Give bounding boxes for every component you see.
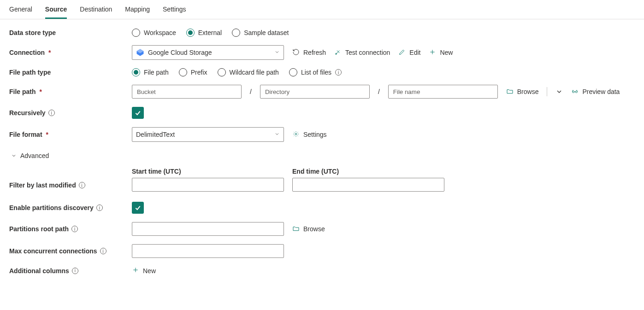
gcs-icon: [136, 48, 144, 57]
radio-external-label: External: [198, 29, 222, 36]
folder-icon: [506, 88, 514, 96]
data-store-type-group: Workspace External Sample dataset: [132, 29, 289, 37]
info-icon[interactable]: i: [79, 182, 85, 188]
plug-icon: [334, 48, 342, 57]
label-max-concurrent: Max concurrent connections i: [9, 247, 132, 255]
test-connection-button[interactable]: Test connection: [334, 48, 390, 57]
browse-dropdown[interactable]: [555, 88, 563, 95]
radio-workspace[interactable]: Workspace: [132, 29, 176, 37]
tab-destination[interactable]: Destination: [80, 4, 112, 19]
file-format-settings-button[interactable]: Settings: [292, 130, 327, 139]
new-connection-button[interactable]: New: [429, 48, 453, 57]
info-icon[interactable]: i: [48, 110, 55, 116]
label-data-store-type: Data store type: [9, 29, 132, 36]
tab-bar: General Source Destination Mapping Setti…: [0, 0, 644, 19]
connection-value: Google Cloud Storage: [148, 49, 212, 56]
file-path-type-group: File path Prefix Wildcard file path List…: [132, 68, 342, 76]
glasses-icon: [571, 88, 579, 96]
browse-button[interactable]: Browse: [506, 88, 539, 96]
tab-settings[interactable]: Settings: [163, 4, 186, 19]
label-start-time: Start time (UTC): [132, 168, 284, 175]
refresh-button[interactable]: Refresh: [292, 48, 326, 57]
chevron-down-icon: [274, 49, 280, 56]
additional-columns-new-button[interactable]: New: [132, 266, 156, 275]
label-partitions-root: Partitions root path i: [9, 225, 132, 233]
file-format-select[interactable]: DelimitedText: [132, 127, 284, 142]
connection-select[interactable]: Google Cloud Storage: [132, 45, 284, 60]
enable-partitions-checkbox[interactable]: [132, 202, 144, 214]
plus-icon: [429, 48, 436, 57]
folder-icon: [292, 225, 300, 234]
required-asterisk: *: [48, 49, 51, 56]
tab-source[interactable]: Source: [45, 4, 67, 19]
radio-external[interactable]: External: [186, 29, 222, 37]
tab-general[interactable]: General: [9, 4, 32, 19]
refresh-icon: [292, 48, 300, 57]
path-separator: /: [378, 88, 380, 95]
label-connection: Connection*: [9, 49, 132, 56]
radio-workspace-label: Workspace: [144, 29, 176, 36]
radio-list-of-files[interactable]: List of files i: [289, 68, 342, 76]
label-file-path: File path*: [9, 88, 132, 95]
radio-prefix[interactable]: Prefix: [179, 68, 207, 76]
info-icon[interactable]: i: [335, 69, 342, 76]
directory-input[interactable]: [260, 85, 370, 99]
end-time-input[interactable]: [292, 178, 444, 192]
svg-point-2: [336, 53, 337, 54]
bucket-input[interactable]: [132, 85, 242, 99]
advanced-toggle[interactable]: Advanced: [11, 152, 49, 159]
label-end-time: End time (UTC): [292, 168, 444, 175]
file-format-value: DelimitedText: [136, 131, 175, 138]
info-icon[interactable]: i: [71, 226, 78, 232]
preview-data-button[interactable]: Preview data: [571, 88, 620, 96]
file-name-input[interactable]: [388, 85, 498, 99]
label-filter-last-modified: Filter by last modified i: [9, 168, 132, 189]
path-separator: /: [250, 88, 252, 95]
radio-sample-dataset[interactable]: Sample dataset: [232, 29, 289, 37]
max-concurrent-input[interactable]: [132, 244, 284, 258]
label-file-format: File format*: [9, 131, 132, 138]
chevron-down-icon: [274, 131, 280, 138]
pencil-icon: [398, 48, 406, 57]
separator: [547, 87, 547, 96]
label-file-path-type: File path type: [9, 69, 132, 76]
info-icon[interactable]: i: [72, 268, 78, 274]
edit-button[interactable]: Edit: [398, 48, 420, 57]
info-icon[interactable]: i: [100, 248, 106, 254]
radio-sample-label: Sample dataset: [244, 29, 289, 36]
partitions-browse-button[interactable]: Browse: [292, 225, 325, 234]
radio-file-path[interactable]: File path: [132, 68, 169, 76]
label-additional-columns: Additional columns i: [9, 267, 132, 275]
gear-icon: [292, 130, 300, 139]
label-recursively: Recursively i: [9, 109, 132, 117]
plus-icon: [132, 266, 139, 275]
radio-wildcard[interactable]: Wildcard file path: [218, 68, 279, 76]
info-icon[interactable]: i: [96, 205, 103, 211]
partitions-root-input[interactable]: [132, 222, 284, 236]
label-enable-partitions: Enable partitions discovery i: [9, 204, 132, 211]
svg-point-7: [295, 133, 297, 135]
tab-mapping[interactable]: Mapping: [125, 4, 150, 19]
recursively-checkbox[interactable]: [132, 107, 144, 119]
start-time-input[interactable]: [132, 178, 284, 192]
